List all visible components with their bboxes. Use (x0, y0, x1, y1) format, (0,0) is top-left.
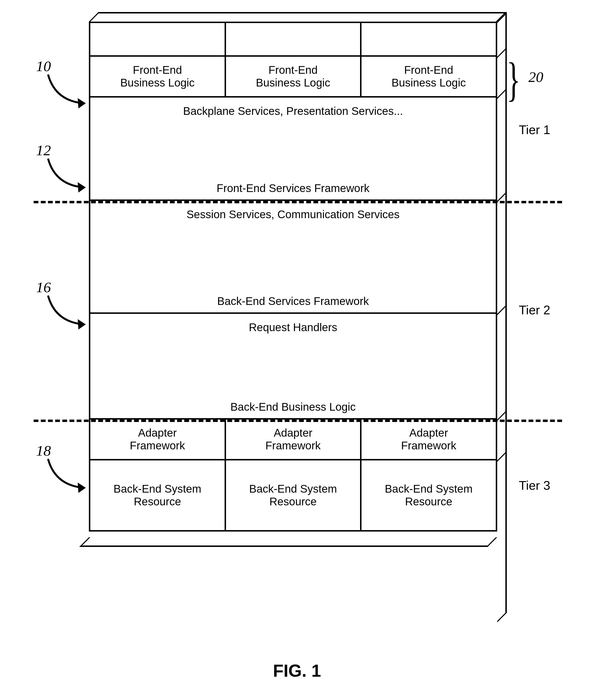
row-adapter: Adapter Framework Adapter Framework Adap… (90, 420, 496, 460)
brace-icon: } (506, 55, 521, 103)
tier3-label: Tier 3 (519, 478, 550, 492)
figure-label: FIG. 1 (0, 661, 594, 680)
adapter-cell: Adapter Framework (226, 420, 362, 460)
svg-marker-2 (79, 321, 84, 328)
adapter-cell: Adapter Framework (362, 420, 496, 460)
fe-framework-cell: Backplane Services, Presentation Service… (90, 98, 496, 201)
row-fe-framework: Backplane Services, Presentation Service… (90, 98, 496, 201)
resource-cell: Back-End System Resource (226, 460, 362, 530)
be-framework-text: Back-End Services Framework (217, 295, 369, 308)
tier1-label: Tier 1 (519, 123, 550, 137)
row-be-logic: Request Handlers Back-End Business Logic (90, 314, 496, 420)
resource-cell: Back-End System Resource (90, 460, 226, 530)
spacer-cell (362, 23, 496, 57)
depth-right (497, 12, 507, 623)
row-top-spacer (90, 23, 496, 57)
spacer-cell (226, 23, 362, 57)
svg-marker-0 (79, 100, 84, 107)
arrow-10 (41, 72, 91, 110)
row-be-framework: Session Services, Communication Services… (90, 201, 496, 314)
be-logic-text: Back-End Business Logic (230, 401, 356, 413)
resource-cell: Back-End System Resource (362, 460, 496, 530)
depth-bottom (79, 537, 497, 547)
be-logic-cell: Request Handlers Back-End Business Logic (90, 314, 496, 420)
req-handlers-text: Request Handlers (249, 321, 337, 334)
be-framework-cell: Session Services, Communication Services… (90, 201, 496, 314)
svg-marker-1 (79, 184, 84, 191)
spacer-cell (90, 23, 226, 57)
row-fe-logic: Front-End Business Logic Front-End Busin… (90, 57, 496, 98)
row-resource: Back-End System Resource Back-End System… (90, 460, 496, 530)
arrow-18 (41, 456, 91, 495)
fe-logic-cell: Front-End Business Logic (362, 57, 496, 98)
architecture-diagram: Front-End Business Logic Front-End Busin… (89, 22, 497, 532)
fe-framework-text: Front-End Services Framework (217, 182, 370, 195)
arrow-12 (41, 156, 91, 195)
fe-logic-cell: Front-End Business Logic (90, 57, 226, 98)
tier2-label: Tier 2 (519, 303, 550, 317)
arrow-16 (41, 293, 91, 331)
depth-top (89, 12, 507, 22)
adapter-cell: Adapter Framework (90, 420, 226, 460)
svg-marker-3 (79, 484, 84, 491)
front-face: Front-End Business Logic Front-End Busin… (89, 22, 497, 532)
fe-logic-cell: Front-End Business Logic (226, 57, 362, 98)
ref-20: 20 (528, 68, 543, 86)
session-text: Session Services, Communication Services (187, 208, 399, 221)
tier-divider-2 (34, 420, 562, 422)
tier-divider-1 (34, 201, 562, 203)
backplane-text: Backplane Services, Presentation Service… (183, 105, 403, 118)
